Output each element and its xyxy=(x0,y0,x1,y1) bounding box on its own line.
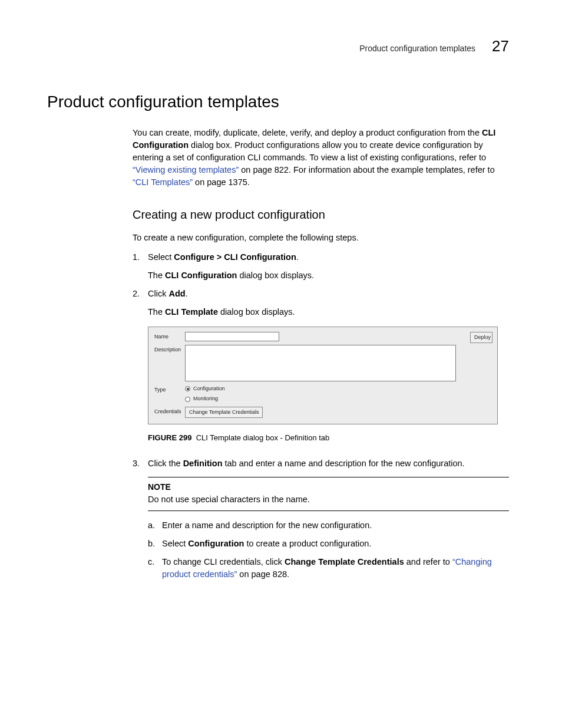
substep-b: b. Select Configuration to create a prod… xyxy=(148,538,509,550)
sub-post: dialog box displays. xyxy=(218,307,295,317)
step-3: 3. Click the Definition tab and enter a … xyxy=(133,457,509,470)
radio-monitoring[interactable]: Monitoring xyxy=(185,395,225,403)
description-textarea[interactable] xyxy=(185,345,456,381)
name-input[interactable] xyxy=(185,332,279,341)
change-template-credentials-button[interactable]: Change Template Credentials xyxy=(185,407,263,418)
description-label: Description xyxy=(154,345,185,354)
lead-paragraph: To create a new configuration, complete … xyxy=(133,232,509,244)
step-bold: Configure > CLI Configuration xyxy=(174,252,296,262)
step-bold: Definition xyxy=(183,459,223,468)
steps-list-3: 3. Click the Definition tab and enter a … xyxy=(133,457,509,470)
step-text: Click the xyxy=(148,459,183,468)
substep-c: c. To change CLI credentials, click Chan… xyxy=(148,556,509,581)
substep-letter: b. xyxy=(148,538,162,550)
step-2: 2. Click Add. xyxy=(133,288,509,300)
step-number: 1. xyxy=(133,251,148,263)
step-text-post: . xyxy=(186,289,188,298)
step-bold: Add xyxy=(168,289,185,298)
figure-cli-template-dialog: Deploy Name Description Type Configurati… xyxy=(148,327,509,424)
figure-caption-text: CLI Template dialog box - Definition tab xyxy=(196,433,330,442)
name-label: Name xyxy=(154,332,185,341)
radio-label: Monitoring xyxy=(193,395,218,403)
section-heading: Creating a new product configuration xyxy=(133,206,509,223)
header-section-label: Product configuration templates xyxy=(359,42,475,54)
page-title: Product configuration templates xyxy=(47,90,509,114)
step-1-sub: The CLI Configuration dialog box display… xyxy=(148,269,509,282)
note-title: NOTE xyxy=(148,481,509,493)
step-1: 1. Select Configure > CLI Configuration. xyxy=(133,251,509,263)
sub-post: dialog box displays. xyxy=(237,271,314,280)
cli-template-dialog: Deploy Name Description Type Configurati… xyxy=(148,327,498,424)
type-radio-group: Configuration Monitoring xyxy=(185,385,225,403)
credentials-label: Credentials xyxy=(154,407,185,416)
substep-letter: c. xyxy=(148,556,162,581)
page-header: Product configuration templates 27 xyxy=(47,35,509,58)
intro-text-3: on page 822. For information about the e… xyxy=(239,165,494,174)
step-text-post: tab and enter a name and description for… xyxy=(223,459,465,468)
figure-number: FIGURE 299 xyxy=(148,433,191,442)
substeps-list: a. Enter a name and description for the … xyxy=(148,519,509,581)
steps-list: 1. Select Configure > CLI Configuration. xyxy=(133,251,509,263)
substep-post: on page 828. xyxy=(237,569,289,579)
substep-letter: a. xyxy=(148,519,162,532)
intro-paragraph: You can create, modify, duplicate, delet… xyxy=(133,127,509,189)
substep-post: to create a product configuration. xyxy=(244,539,371,548)
intro-text-4: on page 1375. xyxy=(193,177,250,187)
radio-icon xyxy=(185,386,190,391)
radio-configuration[interactable]: Configuration xyxy=(185,385,225,393)
step-number: 3. xyxy=(133,457,148,470)
step-text-post: . xyxy=(296,252,299,262)
substep-bold: Configuration xyxy=(188,539,244,548)
link-viewing-templates[interactable]: “Viewing existing templates” xyxy=(133,165,239,174)
substep-a: a. Enter a name and description for the … xyxy=(148,519,509,532)
note-text: Do not use special characters in the nam… xyxy=(148,493,509,506)
deploy-button[interactable]: Deploy xyxy=(470,332,492,343)
step-text: Click xyxy=(148,289,168,298)
step-text: Select xyxy=(148,252,174,262)
substep-mid: and refer to xyxy=(404,557,452,566)
substep-bold: Change Template Credentials xyxy=(285,557,404,566)
figure-caption: FIGURE 299 CLI Template dialog box - Def… xyxy=(148,433,509,444)
step-2-sub: The CLI Template dialog box displays. xyxy=(148,306,509,318)
type-label: Type xyxy=(154,385,185,394)
link-cli-templates[interactable]: “CLI Templates” xyxy=(133,177,193,187)
radio-icon xyxy=(185,397,190,402)
sub-pre: The xyxy=(148,271,165,280)
substep-pre: To change CLI credentials, click xyxy=(162,557,285,566)
steps-list-2: 2. Click Add. xyxy=(133,288,509,300)
note-box: NOTE Do not use special characters in th… xyxy=(148,477,509,510)
substep-pre: Select xyxy=(162,539,188,548)
substep-text: Enter a name and description for the new… xyxy=(162,519,509,532)
sub-bold: CLI Template xyxy=(165,307,218,317)
header-chapter-number: 27 xyxy=(492,35,509,58)
step-number: 2. xyxy=(133,288,148,300)
sub-pre: The xyxy=(148,307,165,317)
sub-bold: CLI Configuration xyxy=(165,271,237,280)
radio-label: Configuration xyxy=(193,385,225,393)
intro-text: You can create, modify, duplicate, delet… xyxy=(133,128,482,137)
